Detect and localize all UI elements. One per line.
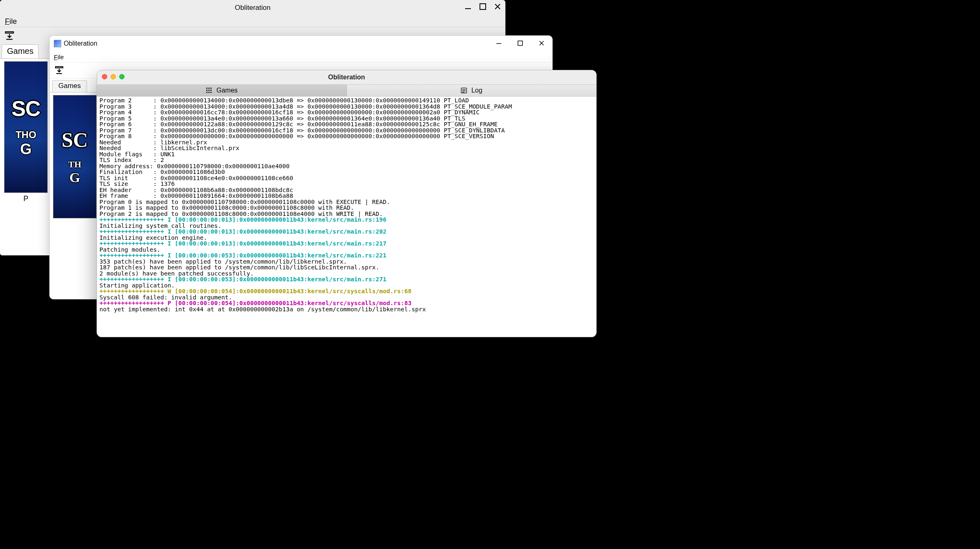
log-line: Syscall 608 failed: invalid argument. [99,294,594,301]
log-line: Program 5 : 0x000000000013a4e0:0x0000000… [99,116,594,122]
log-line: 353 patch(es) have been applied to /syst… [99,259,594,265]
maximize-button[interactable] [510,36,531,51]
log-line: Program 4 : 0x000000000016cc78:0x0000000… [99,109,594,116]
maximize-button[interactable] [477,2,488,12]
log-line: Program 8 : 0x0000000000000000:0x0000000… [99,133,594,139]
svg-rect-4 [518,41,523,46]
log-line: Program 1 is mapped to 0x00000001108c000… [99,205,594,211]
game-tile[interactable]: SC TH G [52,95,97,218]
log-line: Module flags : UNK1 [99,151,594,158]
log-line: Initializing system call routines. [99,223,594,229]
log-line: Program 3 : 0x0000000000134000:0x0000000… [99,104,594,110]
log-line: Initializing execution engine. [99,235,594,241]
log-line: ++++++++++++++++++ I [00:00:00:00:013]:0… [99,229,594,235]
log-line: Needed : libkernel.prx [99,139,594,146]
svg-rect-2 [5,32,14,33]
titlebar[interactable]: Obliteration [50,36,552,51]
game-label: P [23,195,28,203]
svg-rect-10 [208,90,210,91]
tab-row: Games Log [97,84,596,97]
log-line: Starting application. [99,283,594,289]
zoom-button[interactable] [119,74,125,79]
window-controls [463,2,503,12]
log-line: TLS index : 2 [99,157,594,163]
svg-rect-14 [210,92,212,93]
svg-rect-6 [206,88,208,89]
tab-games[interactable]: Games [2,44,39,58]
game-art: SC THO G [4,61,48,193]
menubar: File [50,51,552,62]
art-line2: THO [16,129,37,141]
log-line: EH header : 0x00000001108b6a88:0x0000000… [99,187,594,193]
log-line: 2 module(s) have been patched successful… [99,271,594,277]
menu-file[interactable]: File [54,53,64,60]
svg-rect-7 [208,88,210,89]
log-line: Finalization : 0x000000011086d3b0 [99,169,594,175]
window-front: Obliteration Games Log Program 2 [97,70,597,337]
menubar: File [0,16,505,27]
log-line: EH frame : 0x0000000110891664:0x00000001… [99,193,594,199]
art-line3: G [69,170,80,185]
close-button[interactable] [531,36,552,51]
app-icon [54,40,61,47]
log-line: ++++++++++++++++++ I [00:00:00:00:013]:0… [99,217,594,223]
window-controls [488,36,552,51]
minimize-button[interactable] [111,74,116,79]
log-line: TLS init : 0x00000001108ce4e0:0x00000001… [99,175,594,181]
svg-rect-11 [210,90,212,91]
minimize-button[interactable] [463,2,473,12]
log-output[interactable]: Program 2 : 0x0000000000134000:0x0000000… [97,97,596,337]
log-line: Program 0 is mapped to 0x000000011079800… [99,199,594,205]
svg-rect-12 [206,92,208,93]
svg-rect-5 [55,67,63,68]
minimize-button[interactable] [488,36,510,51]
tab-label: Games [217,87,238,94]
window-title: Obliteration [328,74,365,81]
log-line: ++++++++++++++++++ I [00:00:00:00:013]:0… [99,241,594,247]
close-button[interactable] [102,74,107,79]
log-line: 187 patch(es) have been applied to /syst… [99,264,594,271]
svg-rect-0 [465,8,471,9]
grid-icon [206,87,212,94]
log-line: Program 7 : 0x000000000013dc00:0x0000000… [99,127,594,134]
svg-rect-8 [210,88,212,89]
svg-rect-3 [496,43,501,44]
window-title: Obliteration [235,4,271,12]
log-line: ++++++++++++++++++ I [00:00:00:00:053]:0… [99,252,594,259]
window-controls [102,74,125,79]
art-line2: TH [68,159,81,170]
svg-rect-13 [208,92,210,93]
menu-file[interactable]: File [5,17,17,26]
log-line: ++++++++++++++++++ W [00:00:00:00:054]:0… [99,288,594,294]
svg-rect-9 [206,90,208,91]
art-line3: G [20,141,32,158]
window-title: Obliteration [64,40,97,47]
log-line: not yet implemented: int 0x44 at at 0x00… [99,306,594,313]
log-line: ++++++++++++++++++ I [00:00:00:00:053]:0… [99,276,594,283]
install-icon[interactable] [53,64,65,76]
tab-games[interactable]: Games [97,85,347,96]
log-icon [461,87,467,94]
svg-rect-1 [480,4,486,9]
titlebar[interactable]: Obliteration [0,0,505,16]
tab-games[interactable]: Games [52,80,87,92]
log-line: Patching modules. [99,247,594,253]
art-line1: SC [62,128,88,152]
titlebar[interactable]: Obliteration [97,70,596,84]
install-icon[interactable] [3,30,16,42]
art-line1: SC [12,96,40,121]
tab-log[interactable]: Log [347,85,596,96]
game-tile[interactable]: SC THO G P [3,61,48,203]
close-button[interactable] [492,2,503,12]
tab-label: Log [471,87,482,94]
log-line: Program 2 is mapped to 0x00000001108c800… [99,211,594,217]
game-art: SC TH G [53,95,97,218]
log-line: Program 6 : 0x0000000000122a88:0x0000000… [99,121,594,127]
log-line: ++++++++++++++++++ P [00:00:00:00:054]:0… [99,300,594,306]
log-line: TLS size : 1376 [99,181,594,187]
log-line: Program 2 : 0x0000000000134000:0x0000000… [99,97,594,104]
log-line: Needed : libSceLibcInternal.prx [99,145,594,151]
log-line: Memory address: 0x0000000110798000:0x000… [99,163,594,169]
